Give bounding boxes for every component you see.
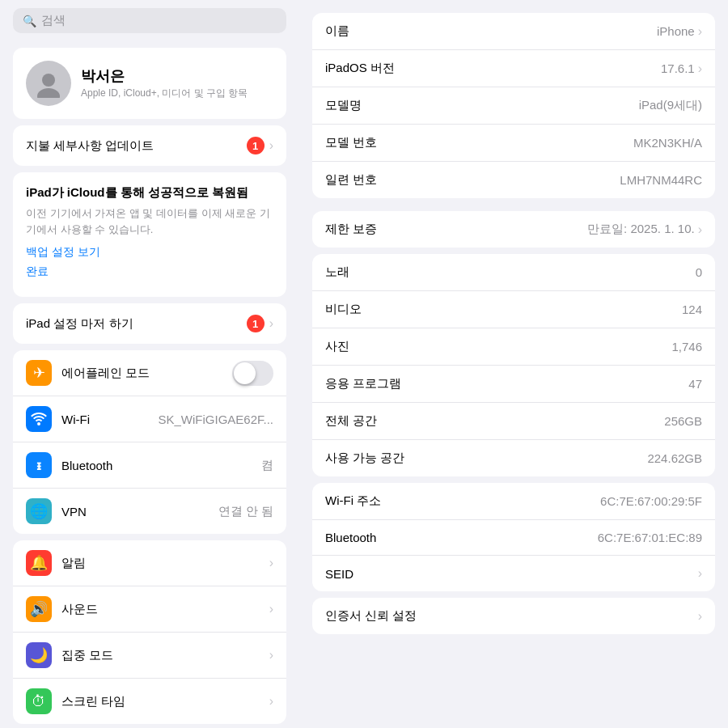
bluetooth-row[interactable]: ᵻ Bluetooth 켬 [13, 442, 286, 489]
video-label: 비디오 [325, 302, 362, 317]
app-label: 응용 프로그램 [325, 376, 401, 392]
seid-row[interactable]: SEID › [312, 556, 715, 591]
wifi-label: Wi-Fi [61, 413, 148, 426]
airplane-toggle[interactable] [232, 361, 273, 386]
sidebar: 🔍 검색 박서은 Apple ID, iCloud+, 미디어 및 구입 항목 … [0, 0, 299, 728]
model-name-value: iPad(9세대) [639, 98, 702, 113]
profile-name: 박서은 [81, 66, 248, 86]
icloud-title: iPad가 iCloud를 통해 성공적으로 복원됨 [26, 185, 273, 201]
update-badge: 1 [247, 137, 265, 154]
search-placeholder: 검색 [41, 13, 66, 28]
vpn-row[interactable]: 🌐 VPN 연결 안 됨 [13, 489, 286, 534]
cert-chevron: › [698, 609, 702, 624]
song-label: 노래 [325, 265, 349, 280]
cert-row[interactable]: 인증서 신뢰 설정 › [312, 598, 715, 634]
available-space-label: 사용 가능 공간 [325, 451, 404, 466]
warranty-row[interactable]: 제한 보증 만료일: 2025. 1. 10. › [312, 211, 715, 248]
app-row: 응용 프로그램 47 [312, 366, 715, 403]
avatar [26, 61, 71, 106]
alerts-icon: 🔔 [26, 550, 52, 576]
stats-section: 노래 0 비디오 124 사진 1,746 응용 프로그램 47 전체 공간 2… [312, 254, 715, 476]
serial-number-row: 일련 번호 LMH7NM44RC [312, 162, 715, 198]
toggle-knob [234, 362, 256, 384]
available-space-row: 사용 가능 공간 224.62GB [312, 440, 715, 476]
bluetooth-value: 켬 [261, 458, 273, 473]
setup-label: iPad 설정 마저 하기 [26, 316, 133, 332]
alerts-label: 알림 [61, 556, 260, 571]
model-number-label: 모델 번호 [325, 135, 377, 150]
svg-point-1 [37, 88, 60, 98]
device-name-value: iPhone › [657, 24, 702, 39]
ipados-version-label: iPadOS 버전 [325, 61, 395, 76]
airplane-label: 에어플레인 모드 [61, 366, 222, 381]
search-input[interactable]: 🔍 검색 [13, 8, 286, 33]
name-chevron: › [698, 24, 702, 39]
available-space-value: 224.62GB [647, 451, 702, 465]
ipados-version-row[interactable]: iPadOS 버전 17.6.1 › [312, 50, 715, 87]
icloud-banner: iPad가 iCloud를 통해 성공적으로 복원됨 이전 기기에서 가져온 앱… [13, 172, 286, 297]
song-row: 노래 0 [312, 254, 715, 291]
update-banner[interactable]: 지불 세부사항 업데이트 1 › [13, 125, 286, 166]
seid-value: › [698, 566, 702, 581]
total-space-row: 전체 공간 256GB [312, 403, 715, 440]
device-name-row[interactable]: 이름 iPhone › [312, 13, 715, 50]
warranty-chevron: › [698, 222, 702, 237]
photo-label: 사진 [325, 339, 349, 354]
model-number-value: MK2N3KH/A [633, 136, 702, 150]
screentime-label: 스크린 타임 [61, 694, 260, 709]
badge-chevron-group: 1 › [247, 137, 273, 154]
device-info-section: 이름 iPhone › iPadOS 버전 17.6.1 › 모델명 iPad(… [312, 13, 715, 198]
screentime-row[interactable]: ⏱ 스크린 타임 › [13, 679, 286, 724]
warranty-section: 제한 보증 만료일: 2025. 1. 10. › [312, 211, 715, 248]
backup-settings-link[interactable]: 백업 설정 보기 [26, 245, 273, 260]
vpn-value: 연결 안 됨 [218, 504, 273, 519]
screentime-icon: ⏱ [26, 688, 52, 714]
ipados-version-value: 17.6.1 › [661, 61, 702, 76]
bluetooth-address-value: 6C:7E:67:01:EC:89 [598, 531, 702, 544]
app-value: 47 [688, 377, 702, 391]
bluetooth-address-label: Bluetooth [325, 531, 376, 544]
warranty-value: 만료일: 2025. 1. 10. › [587, 222, 702, 237]
profile-card[interactable]: 박서은 Apple ID, iCloud+, 미디어 및 구입 항목 [13, 48, 286, 119]
model-number-row: 모델 번호 MK2N3KH/A [312, 125, 715, 162]
connectivity-group: ✈ 에어플레인 모드 Wi-Fi SK_WiFiGIGAE62F... ᵻ Bl… [13, 350, 286, 534]
vpn-label: VPN [61, 505, 209, 518]
wifi-icon [26, 406, 52, 432]
screentime-chevron: › [269, 694, 273, 709]
sound-chevron: › [269, 602, 273, 616]
network-section: Wi-Fi 주소 6C:7E:67:00:29:5F Bluetooth 6C:… [312, 483, 715, 591]
alerts-row[interactable]: 🔔 알림 › [13, 540, 286, 586]
sound-icon: 🔊 [26, 596, 52, 622]
wifi-address-label: Wi-Fi 주소 [325, 493, 381, 509]
seid-label: SEID [325, 567, 353, 581]
wifi-row[interactable]: Wi-Fi SK_WiFiGIGAE62F... [13, 396, 286, 442]
profile-subtitle: Apple ID, iCloud+, 미디어 및 구입 항목 [81, 87, 248, 100]
warranty-label: 제한 보증 [325, 222, 377, 237]
airplane-mode-row[interactable]: ✈ 에어플레인 모드 [13, 350, 286, 396]
bluetooth-icon: ᵻ [26, 452, 52, 478]
setup-badge: 1 [247, 315, 265, 332]
sound-label: 사운드 [61, 602, 260, 617]
airplane-icon: ✈ [26, 360, 52, 386]
icloud-desc: 이전 기기에서 가져온 앱 및 데이터를 이제 새로운 기기에서 사용할 수 있… [26, 205, 273, 237]
setup-banner[interactable]: iPad 설정 마저 하기 1 › [13, 303, 286, 344]
version-chevron: › [698, 61, 702, 76]
song-value: 0 [696, 265, 702, 279]
wifi-address-value: 6C:7E:67:00:29:5F [600, 494, 702, 508]
done-link[interactable]: 완료 [26, 265, 273, 279]
search-icon: 🔍 [23, 15, 36, 28]
photo-row: 사진 1,746 [312, 328, 715, 366]
video-value: 124 [682, 303, 702, 316]
wifi-value: SK_WiFiGIGAE62F... [158, 413, 273, 426]
sound-row[interactable]: 🔊 사운드 › [13, 586, 286, 633]
bluetooth-label: Bluetooth [61, 459, 252, 472]
setup-badge-group: 1 › [247, 315, 273, 332]
wifi-address-row: Wi-Fi 주소 6C:7E:67:00:29:5F [312, 483, 715, 520]
device-name-label: 이름 [325, 23, 349, 39]
serial-number-value: LMH7NM44RC [620, 173, 702, 187]
focus-icon: 🌙 [26, 642, 52, 668]
model-name-row: 모델명 iPad(9세대) [312, 87, 715, 125]
focus-label: 집중 모드 [61, 648, 260, 663]
photo-value: 1,746 [671, 340, 702, 353]
focus-row[interactable]: 🌙 집중 모드 › [13, 633, 286, 679]
